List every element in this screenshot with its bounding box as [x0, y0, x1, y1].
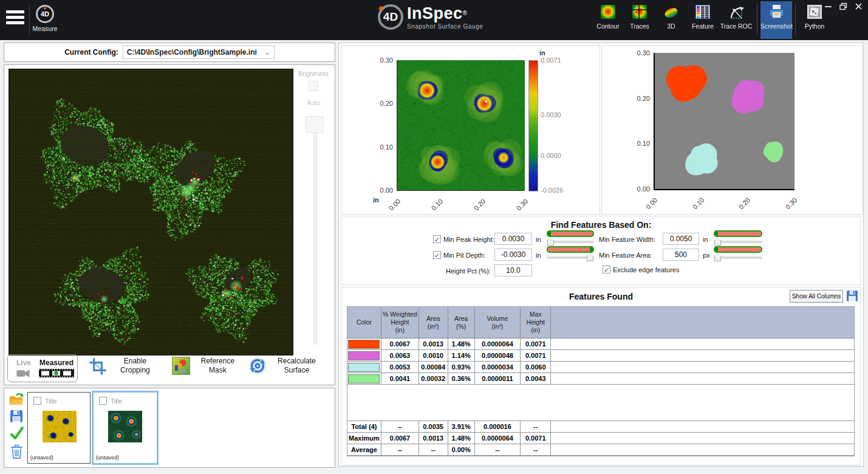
min-peak-height-slider[interactable]: [547, 230, 594, 247]
min-feature-width-input[interactable]: [663, 233, 699, 245]
accept-button[interactable]: [10, 426, 24, 441]
y-tick-label: 0.10: [374, 143, 393, 151]
heatmap-canvas[interactable]: [397, 60, 525, 191]
tool-screenshot-printer[interactable]: Screenshot: [760, 1, 792, 39]
enable-cropping-button[interactable]: Enable Cropping: [88, 357, 157, 376]
brightness-slider-track[interactable]: [313, 116, 317, 345]
titlebar-separator: [29, 5, 30, 35]
y-tick-label: 0.20: [374, 100, 393, 107]
colorbar-canvas: [528, 60, 538, 191]
slider-thumb[interactable]: [587, 253, 593, 261]
height-pct-label: Height Pct (%):: [430, 267, 491, 275]
min-peak-height-label: Min Peak Height:: [443, 236, 494, 243]
table-row[interactable]: 0.00670.00131.48%0.00000640.0071: [347, 338, 854, 350]
open-file-button[interactable]: [9, 393, 24, 406]
live-measured-toggle: Live Measured: [7, 354, 78, 382]
show-all-columns-button[interactable]: Show All Columns: [790, 290, 843, 303]
measured-button[interactable]: Measured: [37, 357, 76, 381]
minimize-button[interactable]: [824, 2, 833, 10]
x-axis-unit: in: [373, 196, 379, 204]
color-swatch: [348, 340, 380, 349]
measurement-card-selected[interactable]: Title (unsaved): [92, 391, 159, 465]
slider-track[interactable]: [714, 241, 762, 243]
y-tick-label: 0.00: [630, 185, 650, 193]
tool-feature-table[interactable]: Feature: [687, 1, 719, 39]
brightness-checkbox[interactable]: [308, 81, 318, 91]
y-tick-label: 0.30: [374, 57, 393, 64]
save-results-button[interactable]: [846, 290, 858, 302]
feature-map-canvas[interactable]: [654, 53, 795, 190]
table-cell: 1.48%: [448, 338, 475, 350]
exclude-edge-label: Exclude edge features: [613, 266, 679, 273]
exclude-edge-checkbox[interactable]: ✓: [603, 266, 610, 273]
measured-label: Measured: [39, 359, 73, 367]
logo-tagline: Snapshot Surface Gauge: [407, 23, 484, 30]
table-cell: 0.0053: [381, 362, 419, 373]
table-cell: 0.0000064: [475, 338, 521, 350]
slider-thumb[interactable]: [714, 237, 721, 246]
tool-contour[interactable]: Contour: [592, 1, 624, 39]
y-tick-label: 0.10: [630, 140, 650, 147]
measurement-card[interactable]: Title (unsaved): [27, 392, 91, 464]
recalculate-surface-button[interactable]: Recalculate Surface: [248, 357, 321, 375]
title-checkbox[interactable]: [33, 397, 41, 405]
save-button[interactable]: [10, 410, 23, 423]
restore-button[interactable]: [839, 2, 848, 10]
min-pit-depth-slider[interactable]: [547, 246, 594, 263]
toolbar-separator: [757, 4, 757, 35]
surface3d-icon: [663, 4, 679, 20]
slider-thumb[interactable]: [714, 253, 721, 261]
table-row[interactable]: 0.00410.000320.36%0.00000110.0043: [347, 373, 854, 385]
measured-image-canvas[interactable]: [9, 69, 293, 355]
min-feature-area-input[interactable]: [663, 249, 699, 261]
tool-traces[interactable]: Traces: [624, 1, 655, 39]
config-value: C:\4D\InSpec\Config\BrightSample.ini: [127, 48, 257, 57]
table-spacer: [347, 385, 854, 421]
chevron-down-icon: ⌄: [265, 46, 270, 58]
slider-track[interactable]: [714, 256, 762, 259]
tool-surface3d[interactable]: 3D: [655, 1, 687, 39]
feature-color-cell: [347, 373, 381, 385]
auto-label: Auto: [296, 99, 331, 106]
table-cell: 0.0071: [521, 350, 551, 362]
title-checkbox[interactable]: [99, 397, 107, 405]
table-cell: 0.0013: [419, 338, 448, 350]
close-button[interactable]: [854, 2, 863, 10]
config-select[interactable]: C:\4D\InSpec\Config\BrightSample.ini ⌄: [123, 46, 275, 59]
height-pct-input[interactable]: [494, 264, 532, 276]
live-button[interactable]: Live: [12, 357, 36, 381]
config-panel: Current Config: C:\4D\InSpec\Config\Brig…: [4, 43, 335, 62]
delete-button[interactable]: [10, 444, 23, 459]
y-tick-label: 0.20: [630, 95, 650, 102]
hamburger-menu-icon[interactable]: [6, 10, 24, 26]
colorbar-tick-label: 0.0000: [541, 152, 561, 159]
contour-icon: [600, 4, 616, 20]
min-peak-height-input[interactable]: [494, 233, 532, 245]
mask-icon: [172, 357, 190, 375]
min-feature-area-slider[interactable]: [714, 246, 762, 263]
config-label: Current Config:: [64, 48, 118, 57]
trace-roc-icon: [728, 4, 744, 20]
slider-thumb[interactable]: [547, 237, 554, 246]
min-pit-depth-input[interactable]: [494, 249, 532, 261]
table-row[interactable]: 0.00630.00101.14%0.00000480.0071: [347, 350, 854, 362]
feature-table-icon: [695, 4, 711, 20]
min-pit-depth-checkbox[interactable]: ✓: [433, 251, 441, 259]
min-peak-height-checkbox[interactable]: ✓: [433, 235, 441, 243]
table-cell: 0.0000011: [475, 373, 521, 385]
table-cell: 0.00032: [419, 373, 448, 385]
summary-label: Average: [347, 444, 381, 456]
min-pit-depth-label: Min Pit Depth:: [443, 252, 485, 259]
brightness-slider-thumb[interactable]: [306, 116, 324, 133]
min-feature-width-slider[interactable]: [714, 230, 762, 247]
min-feature-area-unit: px: [703, 252, 710, 259]
reference-mask-button[interactable]: Reference Mask: [172, 357, 239, 375]
tool-trace-roc[interactable]: Trace ROC: [719, 1, 754, 39]
table-header-row: Color% WeightedHeight(in)Area(in²)Area(%…: [347, 307, 854, 338]
tool-label: Feature: [687, 22, 719, 30]
table-row[interactable]: 0.00530.000840.93%0.00000340.0060: [347, 362, 854, 373]
color-swatch: [348, 363, 380, 372]
crop-label-2: Cropping: [113, 366, 157, 375]
colorbar-tick-label: -0.0026: [541, 187, 563, 194]
measure-tool-button[interactable]: 4D ✦ Measure: [32, 5, 58, 32]
